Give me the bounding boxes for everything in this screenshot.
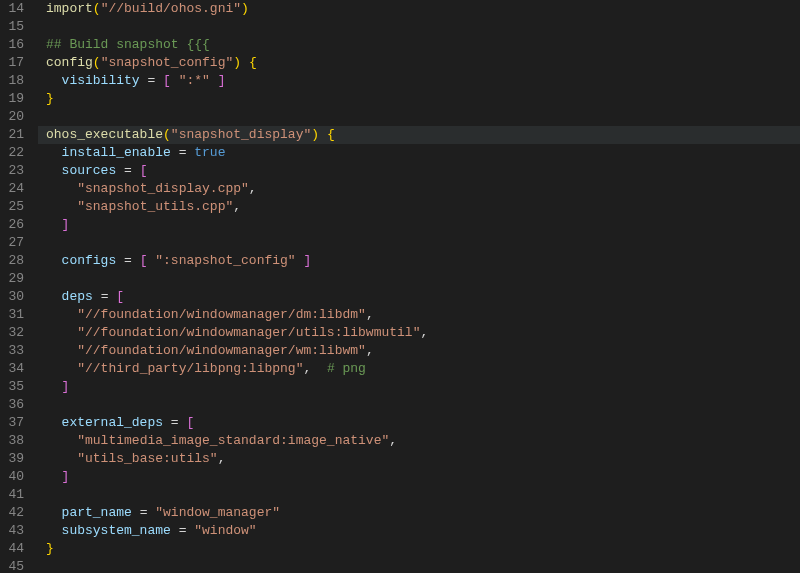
token-punct [46,469,62,484]
token-brk1: ( [93,55,101,70]
line-number: 33 [8,342,24,360]
token-punct [46,145,62,160]
code-line[interactable]: } [46,90,800,108]
code-line[interactable]: subsystem_name = "window" [46,522,800,540]
code-line[interactable]: "//third_party/libpng:libpng", # png [46,360,800,378]
token-brk2: ] [62,469,70,484]
code-line[interactable]: ] [46,378,800,396]
code-line[interactable]: configs = [ ":snapshot_config" ] [46,252,800,270]
token-str: "multimedia_image_standard:image_native" [77,433,389,448]
code-line[interactable]: "multimedia_image_standard:image_native"… [46,432,800,450]
token-var: subsystem_name [62,523,171,538]
token-str: "snapshot_config" [101,55,234,70]
token-punct [46,73,62,88]
token-punct: = [116,253,139,268]
code-line[interactable]: part_name = "window_manager" [46,504,800,522]
token-str: "utils_base:utils" [77,451,217,466]
token-brk2: ] [218,73,226,88]
code-line[interactable]: install_enable = true [46,144,800,162]
code-line[interactable] [46,558,800,573]
code-line[interactable]: sources = [ [46,162,800,180]
line-number: 30 [8,288,24,306]
token-punct [46,181,77,196]
code-line[interactable]: external_deps = [ [46,414,800,432]
token-brk1: } [46,541,54,556]
code-line[interactable]: "snapshot_display.cpp", [46,180,800,198]
line-number: 44 [8,540,24,558]
line-number: 23 [8,162,24,180]
token-fn: import [46,1,93,16]
code-line[interactable] [46,396,800,414]
token-str: "window" [194,523,256,538]
code-editor[interactable]: 1415161718192021222324252627282930313233… [0,0,800,573]
code-line[interactable] [46,234,800,252]
code-line[interactable]: ] [46,216,800,234]
code-line[interactable] [46,18,800,36]
token-punct: = [163,415,186,430]
token-punct [46,523,62,538]
code-line[interactable]: ohos_executable("snapshot_display") { [38,126,800,144]
line-number: 19 [8,90,24,108]
token-punct: = [140,73,163,88]
code-line[interactable]: ## Build snapshot {{{ [46,36,800,54]
token-var: external_deps [62,415,163,430]
code-line[interactable] [46,270,800,288]
token-punct: = [171,523,194,538]
code-line[interactable] [46,486,800,504]
token-punct: = [171,145,194,160]
token-str: "snapshot_display" [171,127,311,142]
token-punct [46,433,77,448]
token-str: "//third_party/libpng:libpng" [77,361,303,376]
token-brk1: { [327,127,335,142]
token-punct: = [116,163,139,178]
code-line[interactable]: config("snapshot_config") { [46,54,800,72]
token-punct [46,217,62,232]
token-punct [46,325,77,340]
line-number-gutter: 1415161718192021222324252627282930313233… [0,0,38,573]
token-str: "snapshot_display.cpp" [77,181,249,196]
line-number: 25 [8,198,24,216]
code-line[interactable]: deps = [ [46,288,800,306]
token-var: part_name [62,505,132,520]
token-brk1: ) [241,1,249,16]
token-fn: ohos_executable [46,127,163,142]
token-var: deps [62,289,93,304]
line-number: 22 [8,144,24,162]
token-punct [319,127,327,142]
code-line[interactable]: visibility = [ ":*" ] [46,72,800,90]
code-line[interactable]: import("//build/ohos.gni") [46,0,800,18]
code-line[interactable]: "utils_base:utils", [46,450,800,468]
line-number: 29 [8,270,24,288]
code-line[interactable]: "snapshot_utils.cpp", [46,198,800,216]
token-var: visibility [62,73,140,88]
code-area[interactable]: import("//build/ohos.gni") ## Build snap… [38,0,800,573]
code-line[interactable]: ] [46,468,800,486]
token-punct [241,55,249,70]
token-punct [46,307,77,322]
code-line[interactable]: "//foundation/windowmanager/dm:libdm", [46,306,800,324]
code-line[interactable]: "//foundation/windowmanager/utils:libwmu… [46,324,800,342]
code-line[interactable] [46,108,800,126]
token-cmt: ## Build snapshot {{{ [46,37,210,52]
line-number: 40 [8,468,24,486]
token-brk1: ) [311,127,319,142]
token-punct: , [389,433,397,448]
code-line[interactable]: } [46,540,800,558]
token-punct: , [366,343,374,358]
token-brk2: ] [62,379,70,394]
line-number: 42 [8,504,24,522]
token-punct: , [303,361,326,376]
code-line[interactable]: "//foundation/windowmanager/wm:libwm", [46,342,800,360]
line-number: 24 [8,180,24,198]
token-punct [46,361,77,376]
token-punct: , [420,325,428,340]
line-number: 34 [8,360,24,378]
token-punct [171,73,179,88]
token-str: ":*" [179,73,210,88]
token-brk2: [ [116,289,124,304]
line-number: 43 [8,522,24,540]
line-number: 45 [8,558,24,573]
token-brk2: [ [163,73,171,88]
token-brk1: ( [163,127,171,142]
token-cmt: # png [327,361,366,376]
